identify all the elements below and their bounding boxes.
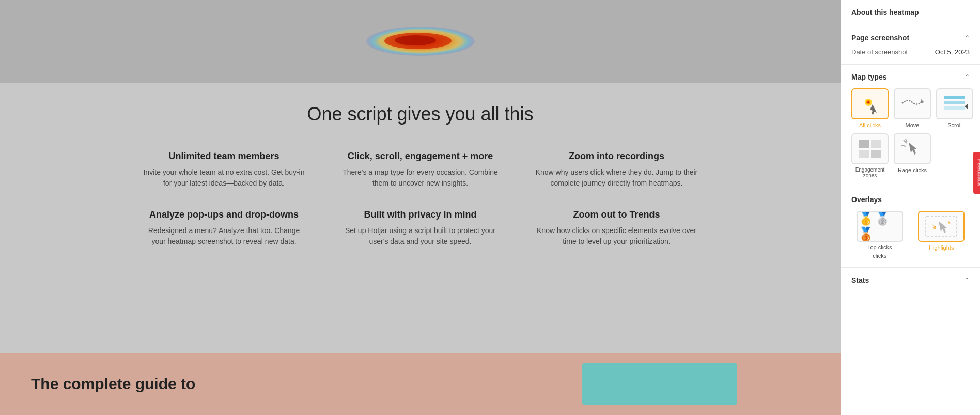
feature-item-4: Built with privacy in mindSet up Hotjar … [338,209,503,247]
feedback-tab[interactable]: Feedback [973,152,980,194]
empty-map-cell [936,133,970,178]
feature-item-0: Unlimited team membersInvite your whole … [142,151,307,189]
feature-desc-3: Redesigned a menu? Analyze that too. Cha… [142,225,307,247]
feedback-label: Feedback [976,159,980,187]
map-types-grid-row1: All clicks Move [851,88,970,128]
features-grid: Unlimited team membersInvite your whole … [142,151,699,247]
teal-cta-button[interactable] [582,363,737,405]
highlights-icon-box [918,211,965,242]
stats-section: Stats ⌃ [841,268,980,293]
main-headline: One script gives you all this [142,103,699,125]
rage-clicks-icon-box [894,133,931,164]
map-type-all-clicks[interactable]: All clicks [851,88,889,128]
svg-line-18 [901,145,906,146]
date-value: Oct 5, 2023 [935,48,970,56]
feature-desc-4: Set up Hotjar using a script built to pr… [338,225,503,247]
feature-desc-1: There's a map type for every occasion. C… [338,167,503,189]
overlays-grid: 🥇🥈🥉 Top clicks clicks [851,211,970,259]
feature-item-5: Zoom out to TrendsKnow how clicks on spe… [534,209,699,247]
svg-marker-7 [920,99,924,103]
svg-rect-15 [871,150,881,158]
svg-marker-21 [939,221,947,233]
overlays-title: Overlays [851,195,882,204]
svg-rect-10 [944,106,965,110]
svg-rect-8 [944,96,965,99]
content-section: One script gives you all this Unlimited … [111,83,730,268]
date-label: Date of screenshot [851,48,908,56]
page-screenshot-section: Page screenshot ⌃ Date of screenshot Oct… [841,25,980,65]
feature-desc-5: Know how clicks on specific elements evo… [534,225,699,247]
move-label: Move [906,122,920,128]
feature-item-3: Analyze pop-ups and drop-downsRedesigned… [142,209,307,247]
top3-clicks-label: clicks [873,253,886,259]
overlay-highlights[interactable]: Highlights [913,211,970,259]
overlay-top3-clicks[interactable]: 🥇🥈🥉 Top clicks clicks [851,211,908,259]
feature-desc-2: Know why users click where they do. Jump… [534,167,699,189]
map-type-scroll[interactable]: Scroll [936,88,973,128]
feature-title-5: Zoom out to Trends [534,209,699,220]
svg-rect-14 [859,150,869,158]
right-sidebar: About this heatmap Page screenshot ⌃ Dat… [841,0,980,415]
engagement-label: Engagement zones [851,167,889,178]
map-type-move[interactable]: Move [894,88,931,128]
bottom-headline: The complete guide to [31,375,195,393]
medals-icon: 🥇🥈🥉 [858,211,902,242]
page-screenshot-chevron-icon: ⌃ [965,34,970,41]
move-icon-box [894,88,931,119]
svg-point-22 [933,226,936,229]
page-screenshot-title: Page screenshot [851,34,909,42]
svg-point-5 [867,101,869,103]
page-screenshot-header[interactable]: Page screenshot ⌃ [851,34,970,42]
scroll-label: Scroll [947,122,962,128]
feature-title-4: Built with privacy in mind [338,209,503,220]
map-type-rage-clicks[interactable]: Rage clicks [894,133,931,178]
feature-item-2: Zoom into recordingsKnow why users click… [534,151,699,189]
feature-title-2: Zoom into recordings [534,151,699,162]
feature-title-1: Click, scroll, engagement + more [338,151,503,162]
about-section-header: About this heatmap [841,0,980,25]
svg-marker-16 [909,142,917,155]
overlays-header: Overlays [851,195,970,204]
svg-rect-13 [871,140,881,148]
map-types-grid-row2: Engagement zones Rage clicks [851,133,970,178]
heatmap-blob [364,23,477,59]
main-content: One script gives you all this Unlimited … [0,0,841,415]
top3-clicks-top-label: Top clicks [867,244,892,250]
stats-chevron-icon: ⌃ [965,276,970,284]
svg-marker-6 [870,104,877,115]
heatmap-area [0,0,841,83]
svg-rect-12 [859,140,869,148]
map-types-chevron-icon: ⌃ [965,73,970,81]
svg-rect-9 [944,101,965,104]
all-clicks-label: All clicks [859,122,881,128]
map-types-header[interactable]: Map types ⌃ [851,73,970,81]
feature-item-1: Click, scroll, engagement + moreThere's … [338,151,503,189]
bottom-section: The complete guide to [0,353,841,415]
feature-desc-0: Invite your whole team at no extra cost.… [142,167,307,189]
highlights-label: Highlights [929,244,954,251]
stats-header[interactable]: Stats ⌃ [851,276,970,284]
scroll-icon-box [936,88,973,119]
map-types-title: Map types [851,73,886,81]
feature-title-0: Unlimited team members [142,151,307,162]
all-clicks-icon-box [851,88,889,119]
map-types-section: Map types ⌃ All clicks [841,65,980,187]
feature-title-3: Analyze pop-ups and drop-downs [142,209,307,220]
date-row: Date of screenshot Oct 5, 2023 [851,48,970,56]
engagement-icon-box [851,133,889,164]
svg-point-2 [395,35,436,45]
top3-clicks-icon-box: 🥇🥈🥉 [857,211,903,242]
rage-clicks-label: Rage clicks [898,167,927,173]
map-type-engagement[interactable]: Engagement zones [851,133,889,178]
stats-title: Stats [851,276,869,284]
about-label: About this heatmap [851,8,919,17]
overlays-section: Overlays 🥇🥈🥉 Top clicks clicks [841,187,980,268]
